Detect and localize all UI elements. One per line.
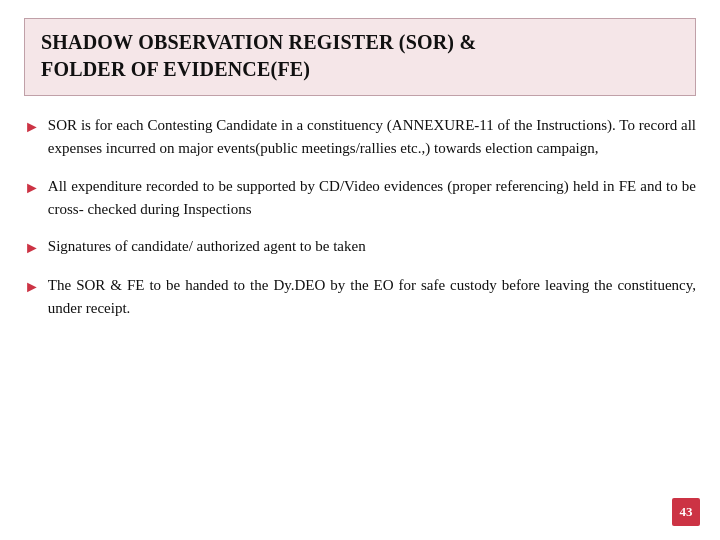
title-line1: SHADOW OBSERVATION REGISTER (SOR) & <box>41 29 679 56</box>
bullet-icon-3: ► <box>24 236 40 260</box>
bullet-icon-1: ► <box>24 115 40 139</box>
bullet-text-1: SOR is for each Contesting Candidate in … <box>48 114 696 161</box>
title-line2: FOLDER OF EVIDENCE(FE) <box>41 56 679 83</box>
bullet-icon-4: ► <box>24 275 40 299</box>
bullet-text-3: Signatures of candidate/ authorized agen… <box>48 235 366 258</box>
bullet-item-4: ► The SOR & FE to be handed to the Dy.DE… <box>24 274 696 321</box>
bullet-text-2: All expenditure recorded to be supported… <box>48 175 696 222</box>
bullet-text-4: The SOR & FE to be handed to the Dy.DEO … <box>48 274 696 321</box>
bullet-icon-2: ► <box>24 176 40 200</box>
title-box: SHADOW OBSERVATION REGISTER (SOR) & FOLD… <box>24 18 696 96</box>
slide-page: SHADOW OBSERVATION REGISTER (SOR) & FOLD… <box>0 0 720 540</box>
page-number: 43 <box>672 498 700 526</box>
bullet-item-1: ► SOR is for each Contesting Candidate i… <box>24 114 696 161</box>
bullet-item-3: ► Signatures of candidate/ authorized ag… <box>24 235 696 260</box>
bullet-item-2: ► All expenditure recorded to be support… <box>24 175 696 222</box>
